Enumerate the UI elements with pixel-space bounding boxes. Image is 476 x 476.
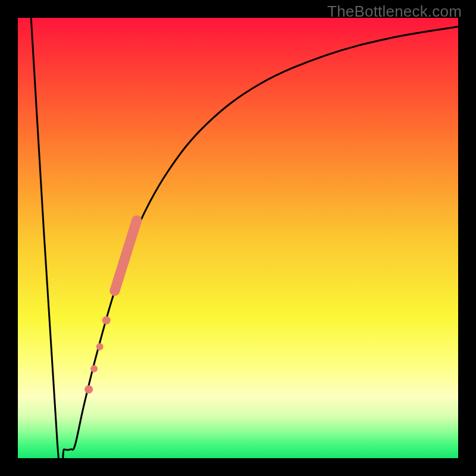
bottleneck-chart [18, 18, 458, 458]
chart-frame: TheBottleneck.com [0, 0, 476, 476]
marker-dot [84, 386, 93, 394]
plot-area [18, 18, 458, 458]
marker-dot [102, 316, 111, 324]
marker-dot [96, 343, 104, 350]
gradient-background [18, 18, 458, 458]
marker-dot [90, 365, 98, 372]
